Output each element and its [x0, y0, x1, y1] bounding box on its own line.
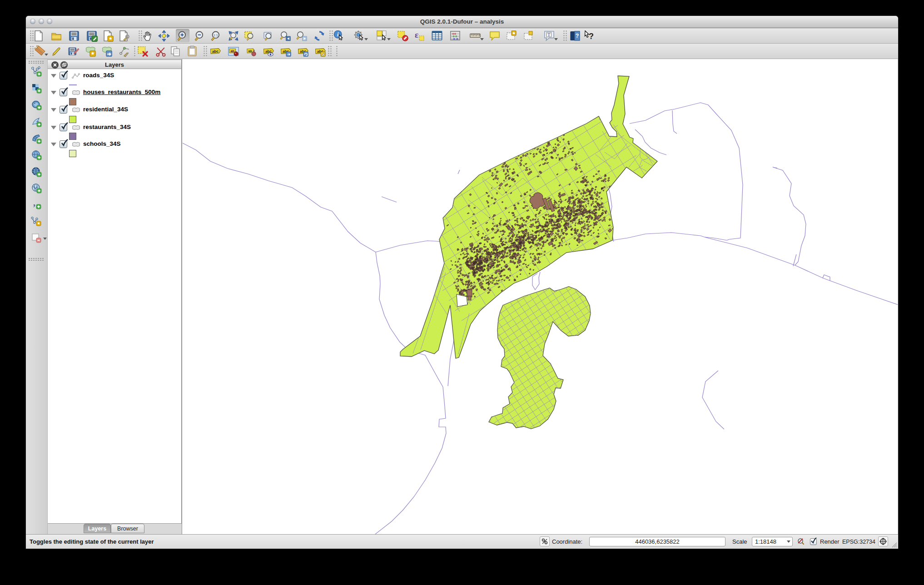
- svg-text:ab: ab: [248, 49, 253, 53]
- svg-text:?: ?: [576, 33, 579, 39]
- svg-text:abc: abc: [212, 49, 219, 54]
- svg-text:,: ,: [33, 199, 35, 208]
- svg-text:ab: ab: [231, 49, 235, 53]
- svg-text:1:1: 1:1: [214, 33, 218, 37]
- svg-text:i: i: [337, 31, 339, 38]
- svg-text:T: T: [547, 32, 550, 37]
- svg-text:ε: ε: [415, 30, 418, 40]
- svg-text:?: ?: [589, 31, 594, 40]
